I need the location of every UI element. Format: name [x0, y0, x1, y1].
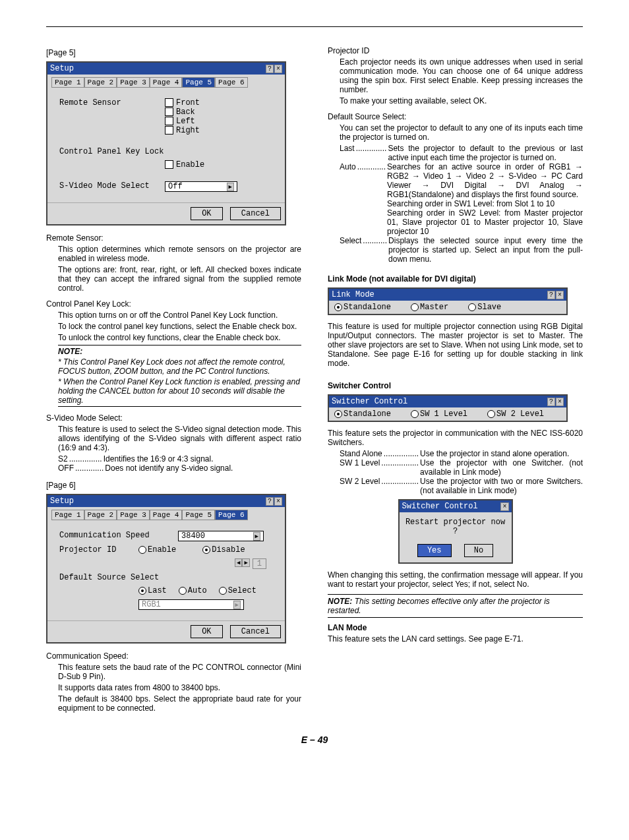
comm-speed-heading: Communication Speed:: [46, 651, 301, 661]
def-key: Select: [340, 236, 361, 264]
tab-page4[interactable]: Page 4: [150, 77, 183, 88]
remote-sensor-right[interactable]: Right: [165, 126, 200, 135]
no-button[interactable]: No: [464, 544, 493, 557]
tab-page2[interactable]: Page 2: [84, 77, 117, 88]
body-text: You can set the projector to default to …: [340, 123, 583, 142]
dialog-title: Link Mode: [332, 290, 374, 299]
help-icon[interactable]: ?: [547, 398, 555, 406]
body-text: This feature is used to select the S-Vid…: [58, 425, 301, 452]
linkmode-master-radio[interactable]: Master: [411, 303, 448, 312]
tab-page2[interactable]: Page 2: [84, 510, 117, 520]
def-value: Sets the projector to default to the pre…: [388, 144, 583, 162]
tab-page5[interactable]: Page 5: [182, 77, 215, 88]
right-column: Projector ID Each projector needs its ow…: [328, 44, 583, 715]
dialog-titlebar: Link Mode ?×: [329, 289, 566, 301]
setup-dialog-page6: Setup ?× Page 1Page 2Page 3Page 4Page 5P…: [46, 494, 286, 644]
def-key: Auto: [340, 162, 356, 236]
comm-speed-dropdown[interactable]: 38400▶: [178, 531, 264, 541]
yes-button[interactable]: Yes: [417, 544, 452, 557]
dropdown-arrow-icon[interactable]: ▶: [233, 601, 241, 609]
switcher-sw1-radio[interactable]: SW 1 Level: [411, 409, 467, 419]
dropdown-arrow-icon[interactable]: ▶: [227, 183, 234, 191]
dialog-titlebar: Switcher Control ?×: [329, 396, 566, 407]
remote-sensor-back[interactable]: Back: [165, 107, 200, 117]
left-column: [Page 5] Setup ?× Page 1Page 2Page 3Page…: [46, 44, 301, 715]
linkmode-dialog: Link Mode ?× Standalone Master Slave: [328, 287, 568, 315]
body-text: To lock the control panel key functions,…: [58, 322, 301, 331]
spin-left-icon[interactable]: ◀: [235, 558, 242, 567]
svideo-label: S-Video Mode Select: [59, 181, 165, 191]
tab-page1[interactable]: Page 1: [51, 510, 84, 520]
window-buttons: ?×: [265, 64, 282, 73]
cpkl-enable-checkbox[interactable]: Enable: [165, 160, 204, 169]
lan-heading: LAN Mode: [328, 623, 583, 632]
remote-sensor-left[interactable]: Left: [165, 117, 200, 126]
dss-select-radio[interactable]: Select: [219, 586, 256, 595]
remote-sensor-label: Remote Sensor: [59, 98, 165, 107]
ok-button[interactable]: OK: [191, 207, 222, 220]
dss-last-radio[interactable]: Last: [138, 586, 167, 595]
tab-row: Page 1Page 2Page 3Page 4Page 5Page 6: [47, 507, 285, 520]
projector-id-enable-radio[interactable]: Enable: [138, 545, 176, 555]
def-key: Last: [340, 144, 355, 162]
help-icon[interactable]: ?: [266, 497, 274, 506]
def-value: Use the projector in stand alone operati…: [420, 449, 583, 458]
help-icon[interactable]: ?: [547, 291, 555, 299]
projector-id-value: 1: [253, 558, 266, 569]
body-text: This feature sets the baud rate of the P…: [58, 663, 301, 681]
projector-id-disable-radio[interactable]: Disable: [202, 545, 245, 555]
dialog-title: Switcher Control: [402, 502, 478, 511]
svideo-heading: S-Video Mode Select:: [46, 413, 301, 423]
ok-button[interactable]: OK: [191, 625, 222, 638]
note-text: * This Control Panel Key Lock does not a…: [58, 357, 301, 376]
cancel-button[interactable]: Cancel: [230, 625, 281, 638]
linkmode-slave-radio[interactable]: Slave: [468, 303, 501, 312]
top-rule: [46, 26, 583, 27]
help-icon[interactable]: ?: [266, 65, 274, 73]
def-value: Use the projector with one Switcher. (no…: [420, 458, 583, 477]
close-icon[interactable]: ×: [500, 502, 508, 511]
svideo-dropdown[interactable]: Off▶: [165, 181, 237, 192]
tab-page6[interactable]: Page 6: [215, 77, 248, 88]
close-icon[interactable]: ×: [556, 398, 564, 406]
body-text: The options are: front, rear, right, or …: [58, 265, 301, 293]
close-icon[interactable]: ×: [274, 497, 282, 506]
dss-source-dropdown[interactable]: RGB1▶: [138, 599, 244, 610]
def-value: Identifies the 16:9 or 4:3 signal.: [104, 454, 301, 464]
dss-auto-radio[interactable]: Auto: [179, 586, 207, 595]
cancel-button[interactable]: Cancel: [230, 207, 281, 220]
tab-page4[interactable]: Page 4: [150, 510, 183, 520]
def-value: Displays the selected source input every…: [388, 236, 583, 264]
body-text: Each projector needs its own unique addr…: [340, 57, 583, 94]
dropdown-arrow-icon[interactable]: ▶: [253, 532, 260, 541]
dss-heading: Default Source Select:: [328, 112, 583, 121]
dialog-title: Setup: [50, 496, 74, 506]
linkmode-standalone-radio[interactable]: Standalone: [334, 303, 391, 312]
dialog-titlebar: Setup ?×: [47, 63, 285, 75]
confirm-message: Restart projector now ?: [400, 512, 512, 541]
switcher-standalone-radio[interactable]: Standalone: [334, 409, 391, 419]
def-value: Does not identify any S-video signal.: [105, 464, 301, 473]
close-icon[interactable]: ×: [556, 291, 564, 299]
tab-page1[interactable]: Page 1: [51, 77, 84, 88]
tab-page3[interactable]: Page 3: [117, 77, 150, 88]
remote-sensor-heading: Remote Sensor:: [46, 233, 301, 243]
tab-page6[interactable]: Page 6: [215, 510, 248, 520]
spin-right-icon[interactable]: ▶: [242, 558, 249, 567]
remote-sensor-front[interactable]: Front: [165, 98, 200, 107]
def-value: Searches for an active source in order o…: [387, 162, 583, 236]
tab-page3[interactable]: Page 3: [117, 510, 150, 520]
close-icon[interactable]: ×: [274, 65, 282, 73]
switcher-sw2-radio[interactable]: SW 2 Level: [487, 409, 544, 419]
note-text: This setting becomes effective only afte…: [328, 597, 550, 615]
dss-label: Default Source Select: [59, 573, 165, 582]
tab-row: Page 1Page 2Page 3Page 4Page 5Page 6: [47, 75, 285, 88]
body-text: It supports data rates from 4800 to 3840…: [58, 683, 301, 692]
panel-page6: Communication Speed 38400▶ Projector ID …: [47, 520, 285, 620]
body-text: This feature sets the projector in commu…: [328, 429, 583, 447]
linkmode-heading: Link Mode (not available for DVI digital…: [328, 274, 583, 284]
panel-page5: Remote Sensor Front Back Left Right Cont…: [47, 88, 285, 202]
tab-page5[interactable]: Page 5: [182, 510, 215, 520]
dialog-title: Setup: [50, 64, 74, 73]
two-column-layout: [Page 5] Setup ?× Page 1Page 2Page 3Page…: [46, 44, 583, 715]
